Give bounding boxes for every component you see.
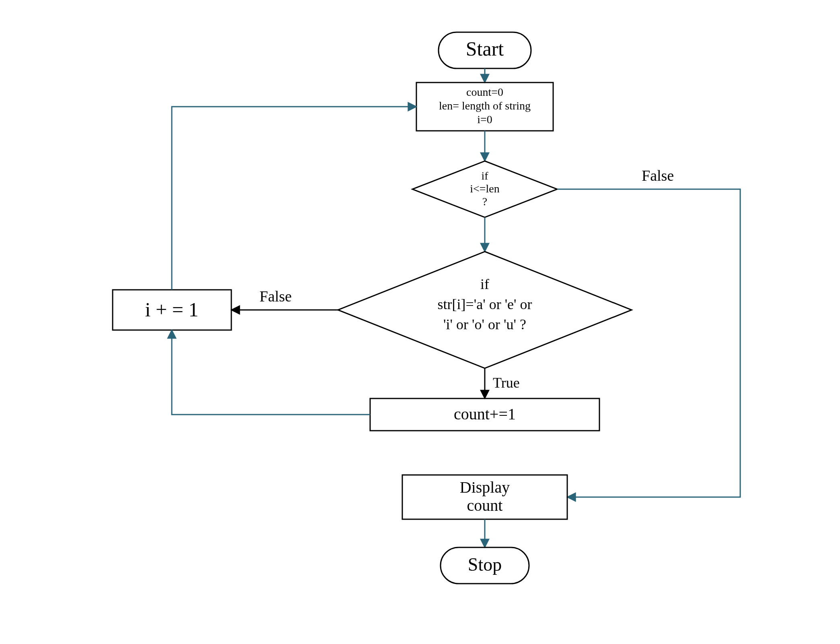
- stop-node: Stop: [441, 547, 529, 584]
- decision-len-line1: if: [481, 169, 488, 182]
- edge-label-len-false: False: [642, 167, 674, 184]
- display-line2: count: [467, 496, 503, 514]
- init-node: count=0 len= length of string i=0: [416, 83, 553, 131]
- decision-vowel-line2: str[i]='a' or 'e' or: [437, 296, 532, 312]
- count-inc-node: count+=1: [370, 398, 599, 431]
- decision-len-node: if i<=len ?: [412, 161, 557, 217]
- count-inc-label: count+=1: [454, 405, 516, 423]
- display-node: Display count: [402, 475, 567, 519]
- arrow-iinc-loop-to-init: [172, 107, 416, 290]
- flowchart-canvas: Start count=0 len= length of string i=0 …: [0, 0, 840, 644]
- init-line2: len= length of string: [439, 99, 531, 112]
- arrow-count-to-iinc: [172, 330, 370, 415]
- decision-vowel-line1: if: [480, 276, 489, 292]
- decision-vowel-node: if str[i]='a' or 'e' or 'i' or 'o' or 'u…: [338, 252, 632, 368]
- init-line1: count=0: [466, 86, 503, 98]
- arrow-decision1-false: [557, 189, 740, 497]
- stop-label: Stop: [468, 554, 502, 575]
- decision-vowel-line3: 'i' or 'o' or 'u' ?: [443, 316, 526, 332]
- i-inc-node: i + = 1: [113, 290, 231, 330]
- i-inc-label: i + = 1: [145, 298, 199, 321]
- display-line1: Display: [460, 478, 510, 496]
- decision-len-line2: i<=len: [470, 182, 500, 195]
- edge-label-vowel-false: False: [259, 288, 292, 305]
- start-label: Start: [466, 37, 504, 60]
- init-line3: i=0: [477, 113, 492, 126]
- decision-len-line3: ?: [482, 195, 487, 208]
- edge-label-vowel-true: True: [493, 375, 520, 391]
- start-node: Start: [439, 32, 531, 68]
